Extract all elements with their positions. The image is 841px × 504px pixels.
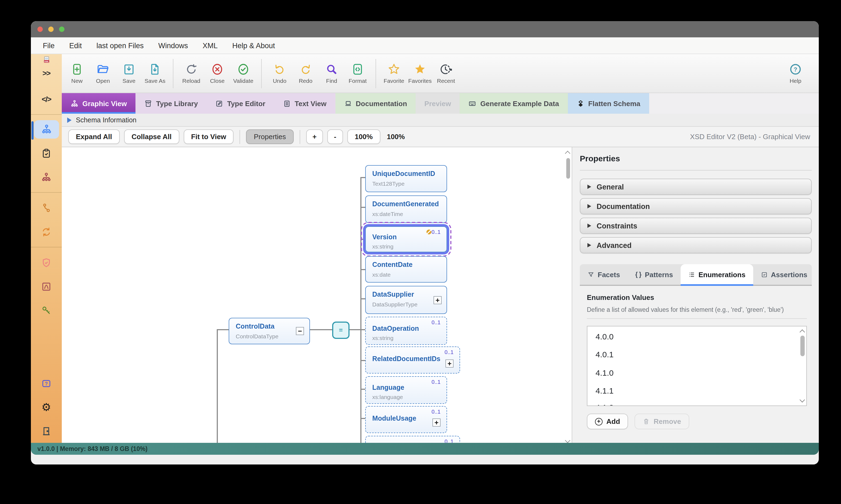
sidebar-item-graphic-view[interactable] [34,121,59,139]
close-traffic-light[interactable] [37,26,43,32]
sidebar-item-pins[interactable] [34,199,59,217]
tab-assertions[interactable]: Assertions [753,264,815,285]
node-name: DocumentGenerated [372,200,439,208]
schema-node-language[interactable]: 0..1 Language xs:language [365,376,447,404]
sidebar-item-code-view[interactable]: </> [34,90,59,108]
menu-file[interactable]: File [43,41,55,50]
sequence-connector[interactable]: = [332,322,349,339]
minimize-traffic-light[interactable] [48,26,54,32]
trash-icon [643,418,650,425]
expand-node-button[interactable]: + [433,296,442,304]
tab-documentation[interactable]: Documentation [335,93,416,114]
open-button[interactable]: Open [90,63,116,84]
favorites-button[interactable]: Favorites [408,63,432,84]
menu-windows[interactable]: Windows [158,41,188,50]
new-button[interactable]: New [65,63,89,84]
schema-node-uniquedocumentid[interactable]: UniqueDocumentID Text128Type [365,165,447,192]
schema-node-moduleusage[interactable]: 0..1 ModuleUsage + [365,406,447,433]
tab-patterns[interactable]: { } Patterns [628,264,681,285]
find-button[interactable]: Find [319,63,344,84]
fit-to-view-button[interactable]: Fit to View [184,129,234,144]
format-button[interactable]: Format [345,63,370,84]
accordion-advanced[interactable]: Advanced [580,237,812,253]
menu-help-about[interactable]: Help & About [232,41,275,50]
reload-button[interactable]: Reload [179,63,204,84]
tab-generate-example-data[interactable]: Generate Example Data [460,93,568,114]
list-scroll-thumb[interactable] [800,336,805,356]
enumeration-list-item[interactable]: 4.0.1 [596,350,614,359]
schema-node-dataoperation[interactable]: 0..1 DataOperation xs:string [365,317,447,345]
expand-node-button[interactable]: + [432,418,441,427]
node-type: Text128Type [372,180,405,187]
tab-facets[interactable]: Facets [580,264,628,285]
sidebar-item-help[interactable]: ? [34,374,59,393]
recent-button[interactable]: Recent [433,63,459,84]
list-scroll-down-icon[interactable] [800,397,805,402]
collapse-all-button[interactable]: Collapse All [124,129,179,144]
close-file-button[interactable]: Close [205,63,230,84]
sidebar-item-keys[interactable] [34,301,59,319]
favorite-button[interactable]: Favorite [381,63,407,84]
sidebar-collapse-toggle[interactable]: >> [34,68,59,78]
accordion-constraints[interactable]: Constraints [580,218,812,234]
sidebar-item-sync[interactable] [34,223,59,241]
diagram-canvas[interactable]: ControlData ControlDataType − = UniqueDo… [62,147,572,453]
enumeration-list-item[interactable]: 4.1.1 [596,386,614,395]
menu-last-open-files[interactable]: last open Files [97,41,143,50]
tab-text-view[interactable]: Text View [274,93,336,114]
save-as-button[interactable]: Save As [142,63,168,84]
save-button[interactable]: Save [117,63,141,84]
tab-type-library[interactable]: Type Library [136,93,206,114]
sidebar-item-exit[interactable] [34,422,59,440]
collapse-node-button[interactable]: − [296,327,304,335]
accordion-general[interactable]: General [580,179,812,195]
enumeration-list-item[interactable]: 4.1.2 [596,403,614,406]
expand-node-button[interactable]: + [445,359,453,367]
help-button[interactable]: ? Help [783,63,808,84]
redo-button[interactable]: Redo [293,63,318,84]
enumeration-list-item[interactable]: 4.1.0 [596,368,614,377]
zoom-in-button[interactable]: + [306,129,323,144]
sidebar-item-pdf-export[interactable] [34,277,59,295]
schema-node-documentgenerated[interactable]: DocumentGenerated xs:dateTime [365,195,447,223]
expand-all-button[interactable]: Expand All [68,129,119,144]
enumeration-list[interactable]: 4.0.0 4.0.1 4.1.0 4.1.1 4.1.2 [587,326,807,406]
schema-information-bar[interactable]: Schema Information [62,114,819,127]
schema-node-version-selected[interactable]: 0..1 Version xs:string [365,226,447,252]
add-enumeration-button[interactable]: + Add [587,414,628,429]
remove-enumeration-button[interactable]: Remove [635,414,689,429]
menu-edit[interactable]: Edit [69,41,82,50]
tab-enumerations[interactable]: Enumerations [681,264,753,285]
sidebar-item-settings[interactable]: ⚙ [34,398,59,416]
sidebar-item-type-tree[interactable] [34,168,59,186]
sidebar-item-tasks[interactable] [34,144,59,163]
properties-toggle-button[interactable]: Properties [246,129,294,144]
validate-button[interactable]: Validate [231,63,256,84]
scroll-up-arrow-icon[interactable] [565,151,570,156]
schema-node-contentdate[interactable]: ContentDate xs:date [365,256,447,283]
scroll-down-arrow-icon[interactable] [565,438,570,443]
tab-graphic-view[interactable]: Graphic View [62,93,136,114]
enumeration-list-item[interactable]: 4.0.0 [596,332,614,341]
connector-stub [360,360,365,361]
canvas-vertical-scrollbar[interactable] [564,147,572,447]
zoom-out-button[interactable]: - [328,129,343,144]
svg-text:?: ? [45,381,48,386]
node-type: xs:language [372,394,403,400]
schema-node-controldata[interactable]: ControlData ControlDataType − [229,318,310,344]
exit-door-icon [41,425,52,437]
accordion-documentation[interactable]: Documentation [580,198,812,214]
tab-flatten-schema[interactable]: Flatten Schema [568,93,649,114]
zoom-reset-button[interactable]: 100% [347,129,380,144]
node-name: ContentDate [372,261,413,269]
zoom-traffic-light[interactable] [59,26,65,32]
undo-button[interactable]: Undo [267,63,292,84]
sidebar-item-validation[interactable] [34,253,59,272]
vertical-scroll-thumb[interactable] [566,158,570,179]
menu-xml[interactable]: XML [203,41,218,50]
list-icon [688,271,695,278]
schema-node-relateddocumentids[interactable]: 0..1 RelatedDocumentIDs + [365,346,460,374]
list-scroll-up-icon[interactable] [800,329,805,335]
tab-type-editor[interactable]: Type Editor [206,93,274,114]
schema-node-datasupplier[interactable]: DataSupplier DataSupplierType + [365,286,447,314]
